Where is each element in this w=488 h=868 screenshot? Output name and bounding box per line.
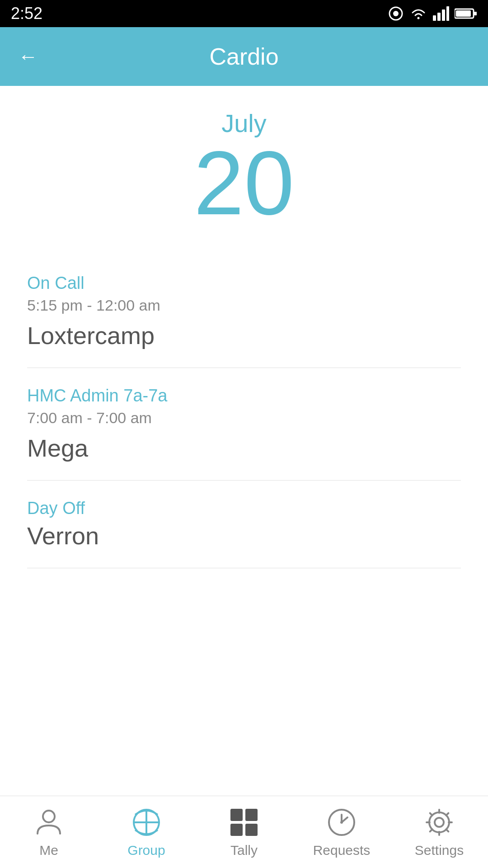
group-icon — [131, 807, 162, 838]
nav-label-me: Me — [39, 843, 58, 858]
date-section: July 20 — [27, 86, 461, 255]
requests-icon — [326, 807, 357, 838]
notification-icon — [388, 5, 404, 22]
back-button[interactable]: ← — [18, 45, 38, 68]
svg-rect-2 — [433, 15, 436, 21]
schedule-time: 7:00 am - 7:00 am — [27, 409, 461, 427]
svg-rect-7 — [474, 12, 477, 15]
main-content: July 20 On Call 5:15 pm - 12:00 am Loxte… — [0, 86, 488, 568]
nav-label-settings: Settings — [415, 843, 464, 858]
svg-point-22 — [429, 812, 449, 832]
bottom-navigation: Me Group Tally Requests — [0, 796, 488, 868]
schedule-name: Verron — [27, 522, 461, 550]
svg-point-21 — [435, 818, 444, 827]
schedule-item: On Call 5:15 pm - 12:00 am Loxtercamp — [27, 255, 461, 368]
nav-item-settings[interactable]: Settings — [390, 807, 488, 858]
tally-icon — [228, 807, 260, 838]
svg-rect-15 — [230, 824, 243, 836]
svg-rect-5 — [446, 6, 449, 21]
settings-icon — [423, 807, 455, 838]
nav-item-requests[interactable]: Requests — [293, 807, 390, 858]
status-time: 2:52 — [11, 4, 42, 23]
svg-rect-3 — [437, 13, 441, 21]
page-title: Cardio — [209, 43, 278, 70]
schedule-type: Day Off — [27, 499, 461, 518]
schedule-item: HMC Admin 7a-7a 7:00 am - 7:00 am Mega — [27, 368, 461, 481]
schedule-list: On Call 5:15 pm - 12:00 am Loxtercamp HM… — [27, 255, 461, 568]
svg-rect-16 — [245, 824, 258, 836]
svg-point-1 — [393, 11, 399, 16]
status-bar: 2:52 — [0, 0, 488, 27]
schedule-time: 5:15 pm - 12:00 am — [27, 297, 461, 314]
nav-item-me[interactable]: Me — [0, 807, 98, 858]
svg-rect-13 — [230, 809, 243, 821]
svg-rect-4 — [442, 9, 445, 21]
battery-icon — [455, 8, 477, 19]
date-day: 20 — [27, 138, 461, 228]
signal-icon — [433, 6, 449, 21]
nav-label-group: Group — [127, 843, 165, 858]
app-header: ← Cardio — [0, 27, 488, 86]
nav-label-tally: Tally — [230, 843, 258, 858]
status-icons — [388, 5, 477, 22]
nav-item-group[interactable]: Group — [98, 807, 195, 858]
schedule-name: Mega — [27, 434, 461, 462]
person-icon — [33, 807, 65, 838]
schedule-name: Loxtercamp — [27, 321, 461, 349]
svg-point-9 — [43, 811, 55, 822]
nav-item-tally[interactable]: Tally — [195, 807, 293, 858]
svg-rect-8 — [456, 10, 471, 17]
schedule-item: Day Off Verron — [27, 481, 461, 568]
wifi-icon — [409, 5, 427, 22]
schedule-type: On Call — [27, 274, 461, 293]
schedule-type: HMC Admin 7a-7a — [27, 386, 461, 406]
nav-label-requests: Requests — [313, 843, 371, 858]
svg-point-20 — [340, 821, 343, 824]
svg-rect-14 — [245, 809, 258, 821]
